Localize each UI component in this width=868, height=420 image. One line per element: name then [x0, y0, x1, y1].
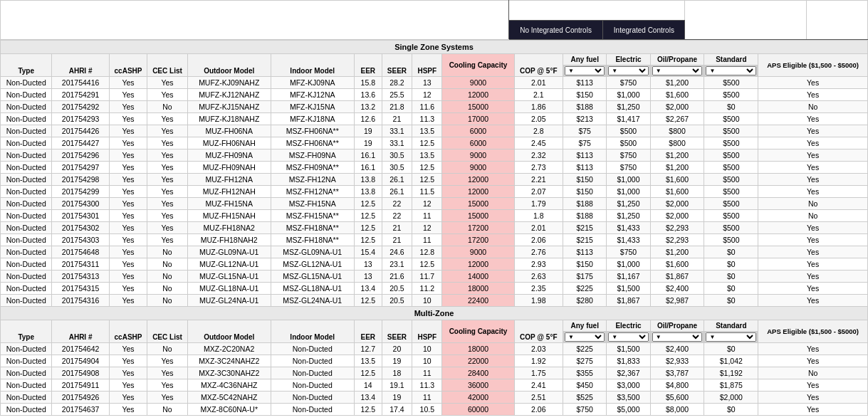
mz-filter-standard[interactable]: ▼ [704, 332, 758, 343]
multi-zone-header: Multi-Zone [1, 307, 868, 320]
mz-th-electric: Electric [607, 320, 650, 332]
th-hspf: HSPF [412, 54, 442, 77]
table-row: Non-Ducted201754637YesNoMXZ-8C60NA-U*Non… [1, 404, 868, 416]
filter-standard[interactable]: ▼ [704, 65, 758, 77]
th-cooling-capacity: Cooling Capacity [442, 54, 514, 77]
th-aps-eligible: APS Eligible ($1,500 - $5000) [758, 54, 868, 77]
mz-filter-electric[interactable]: ▼ [607, 332, 650, 343]
mz-th-eer: EER [354, 320, 382, 343]
th-seer: SEER [382, 54, 412, 77]
mz-th-cec-list: CEC List [147, 320, 187, 343]
table-row: Non-Ducted201754313YesNoMUZ-GL15NA-U1MSZ… [1, 271, 868, 283]
th-eer: EER [354, 54, 382, 77]
table-row: Non-Ducted201754416YesYesMUFZ-KJ09NAHZMF… [1, 77, 868, 89]
mz-filter-oil-propane[interactable]: ▼ [650, 332, 704, 343]
table-row: Non-Ducted201754293YesYesMUFZ-KJ18NAHZMF… [1, 113, 868, 125]
no-ic-header: No Integrated Controls [508, 21, 602, 40]
mz-th-any-fuel: Any fuel [563, 320, 607, 332]
mass-save-header: Mass Save Residential [508, 1, 685, 21]
th-ccashp: ccASHP [109, 54, 147, 77]
mz-th-indoor-model: Indoor Model [271, 320, 354, 343]
th-cop: COP @ 5°F [514, 54, 563, 77]
mz-th-cooling-capacity: Cooling Capacity [442, 320, 514, 343]
th-any-fuel: Any fuel [563, 54, 607, 65]
table-row: Non-Ducted201754292YesNoMUFZ-KJ15NAHZMFZ… [1, 101, 868, 113]
mz-th-ccashp: ccASHP [109, 320, 147, 343]
table-row: Non-Ducted201754300YesYesMUZ-FH15NAMSZ-F… [1, 198, 868, 210]
table-row: Non-Ducted201754427YesYesMUZ-FH06NAHMSZ-… [1, 137, 868, 149]
table-row: Non-Ducted201754316YesNoMUZ-GL24NA-U1MSZ… [1, 295, 868, 307]
mz-th-type: Type [1, 320, 52, 343]
table-row: Non-Ducted201754291YesYesMUFZ-KJ12NAHZMF… [1, 89, 868, 101]
table-row: Non-Ducted201754908YesYesMXZ-3C30NAHZ2No… [1, 367, 868, 379]
table-row: Non-Ducted201754303YesYesMUZ-FH18NAH2MSZ… [1, 234, 868, 246]
masscec-header: MassCEC (ends 3/20/2019) [685, 1, 806, 40]
mz-th-aps-eligible: APS Eligible ($1,500 - $5000) [758, 320, 868, 343]
madoer-header: MA DOER [806, 1, 867, 40]
table-row: Non-Ducted201754296YesYesMUZ-FH09NAMSZ-F… [1, 149, 868, 162]
th-indoor-model: Indoor Model [271, 54, 354, 77]
table-row: Non-Ducted201754648YesNoMUZ-GL09NA-U1MSZ… [1, 246, 868, 258]
th-electric: Electric [607, 54, 650, 65]
table-row: Non-Ducted201754315YesNoMUZ-GL18NA-U1MSZ… [1, 283, 868, 295]
table-row: Non-Ducted201754298YesYesMUZ-FH12NAMSZ-F… [1, 174, 868, 186]
page-title: 2019 MA Rebate Sheet - Mitsubishi Electr… [1, 1, 509, 40]
th-oil-propane: Oil/Propane [650, 54, 704, 65]
filter-oil-propane[interactable]: ▼ [650, 65, 704, 77]
mz-th-oil-propane: Oil/Propane [650, 320, 704, 332]
mz-th-seer: SEER [382, 320, 412, 343]
single-zone-header: Single Zone Systems [1, 41, 868, 54]
th-cec-list: CEC List [147, 54, 187, 77]
mz-th-cop: COP @ 5°F [514, 320, 563, 343]
filter-any-fuel[interactable]: ▼ [563, 65, 607, 77]
table-row: Non-Ducted201754311YesNoMUZ-GL12NA-U1MSZ… [1, 258, 868, 271]
table-row: Non-Ducted201754911YesYesMXZ-4C36NAHZNon… [1, 379, 868, 392]
th-ahri: AHRI # [52, 54, 109, 77]
table-row: Non-Ducted201754301YesYesMUZ-FH15NAHMSZ-… [1, 210, 868, 222]
mz-th-hspf: HSPF [412, 320, 442, 343]
mz-filter-any-fuel[interactable]: ▼ [563, 332, 607, 343]
table-row: Non-Ducted201754297YesYesMUZ-FH09NAHMSZ-… [1, 162, 868, 174]
th-standard: Standard [704, 54, 758, 65]
table-row: Non-Ducted201754926YesYesMXZ-5C42NAHZNon… [1, 392, 868, 404]
mz-th-ahri: AHRI # [52, 320, 109, 343]
table-row: Non-Ducted201754299YesYesMUZ-FH12NAHMSZ-… [1, 186, 868, 198]
th-outdoor-model: Outdoor Model [187, 54, 271, 77]
th-type: Type [1, 54, 52, 77]
table-row: Non-Ducted201754642YesNoMXZ-2C20NA2Non-D… [1, 343, 868, 355]
ic-header: Integrated Controls [603, 21, 685, 40]
mz-th-outdoor-model: Outdoor Model [187, 320, 271, 343]
table-row: Non-Ducted201754904YesYesMXZ-3C24NAHZ2No… [1, 355, 868, 367]
filter-electric[interactable]: ▼ [607, 65, 650, 77]
mz-th-standard: Standard [704, 320, 758, 332]
table-row: Non-Ducted201754426YesYesMUZ-FH06NAMSZ-F… [1, 125, 868, 137]
table-row: Non-Ducted201754302YesYesMUZ-FH18NA2MSZ-… [1, 222, 868, 234]
